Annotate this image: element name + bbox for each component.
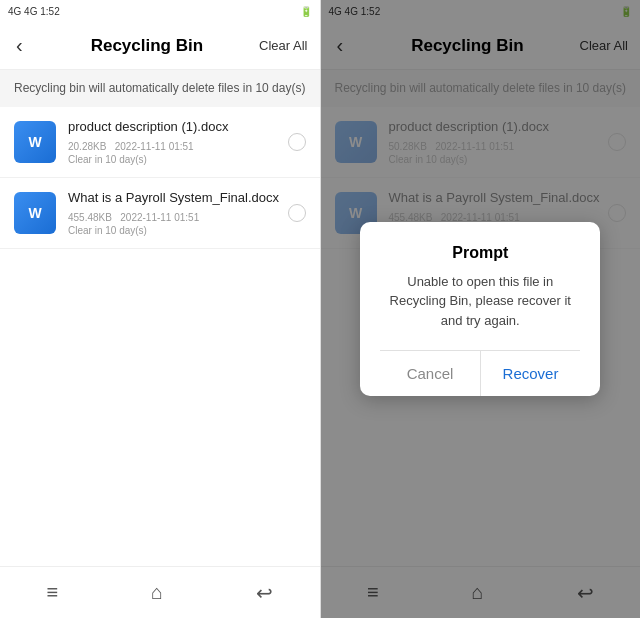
battery-icon: 🔋 [300,6,312,17]
dialog-buttons: Cancel Recover [380,350,580,396]
prompt-dialog: Prompt Unable to open this file in Recyc… [360,222,600,397]
file-date-0-left: 2022-11-11 01:51 [115,141,194,152]
back-button-left[interactable]: ‹ [12,30,27,61]
file-clear-0-left: Clear in 10 day(s) [68,154,280,165]
status-right-icons: 🔋 [300,6,312,17]
notice-banner-left: Recycling bin will automatically delete … [0,70,320,107]
file-icon-label-1-left: W [28,205,41,221]
page-title-left: Recycling Bin [35,36,259,56]
status-left-info: 4G 4G 1:52 [8,6,60,17]
file-icon-label-0-left: W [28,134,41,150]
file-item-1-left[interactable]: W What is a Payroll System_Final.docx 45… [0,178,320,249]
status-bar-left: 4G 4G 1:52 🔋 [0,0,320,22]
bottom-nav-left: ≡ ⌂ ↩ [0,566,320,618]
file-size-0-left: 20.28KB [68,141,106,152]
file-icon-1-left: W [14,192,56,234]
top-nav-left: ‹ Recycling Bin Clear All [0,22,320,70]
left-phone-panel: 4G 4G 1:52 🔋 ‹ Recycling Bin Clear All R… [0,0,320,618]
cancel-button[interactable]: Cancel [380,351,481,396]
notice-text-left: Recycling bin will automatically delete … [14,81,305,95]
file-meta-1-left: 455.48KB 2022-11-11 01:51 [68,210,280,225]
file-info-0-left: product description (1).docx 20.28KB 202… [68,119,280,165]
file-meta-0-left: 20.28KB 2022-11-11 01:51 [68,139,280,154]
network-info: 4G 4G 1:52 [8,6,60,17]
file-list-left: W product description (1).docx 20.28KB 2… [0,107,320,566]
file-icon-0-left: W [14,121,56,163]
clear-all-button-left[interactable]: Clear All [259,38,307,53]
home-icon-left[interactable]: ⌂ [143,573,171,612]
file-info-1-left: What is a Payroll System_Final.docx 455.… [68,190,280,236]
recover-button[interactable]: Recover [481,351,581,396]
file-radio-0-left[interactable] [288,133,306,151]
dialog-title: Prompt [380,244,580,262]
file-name-1-left: What is a Payroll System_Final.docx [68,190,280,207]
menu-icon-left[interactable]: ≡ [38,573,66,612]
file-size-1-left: 455.48KB [68,212,112,223]
dialog-overlay: Prompt Unable to open this file in Recyc… [321,0,641,618]
file-date-1-left: 2022-11-11 01:51 [120,212,199,223]
file-clear-1-left: Clear in 10 day(s) [68,225,280,236]
file-name-0-left: product description (1).docx [68,119,280,136]
file-item-0-left[interactable]: W product description (1).docx 20.28KB 2… [0,107,320,178]
right-phone-panel: 4G 4G 1:52 🔋 ‹ Recycling Bin Clear All R… [321,0,641,618]
back-icon-left[interactable]: ↩ [248,573,281,613]
file-radio-1-left[interactable] [288,204,306,222]
dialog-message: Unable to open this file in Recycling Bi… [380,272,580,331]
